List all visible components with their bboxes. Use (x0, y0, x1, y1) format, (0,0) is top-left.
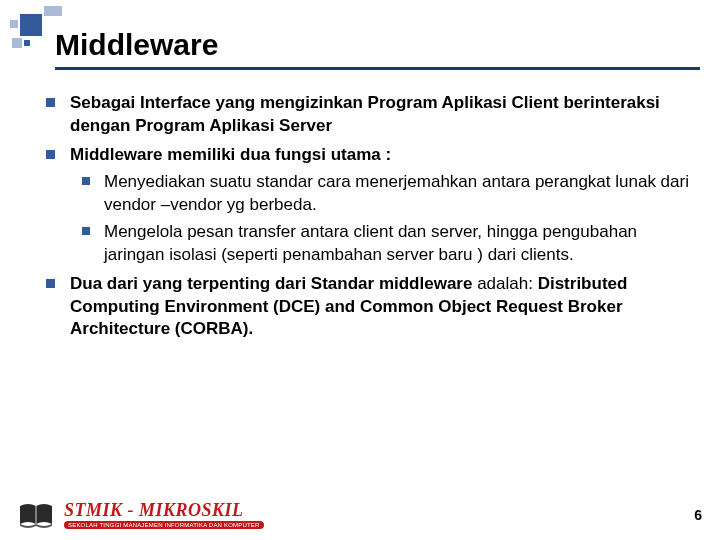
bullet-item: Sebagai Interface yang mengizinkan Progr… (40, 92, 690, 138)
footer-logo-sub: SEKOLAH TINGGI MANAJEMEN INFORMATIKA DAN… (64, 521, 264, 529)
bullet-item: Dua dari yang terpenting dari Standar mi… (40, 273, 690, 342)
slide-content: Sebagai Interface yang mengizinkan Progr… (40, 92, 690, 347)
book-icon (18, 500, 54, 530)
footer-logo-group: STMIK - MIKROSKIL SEKOLAH TINGGI MANAJEM… (18, 500, 264, 530)
bullet-item: Middleware memiliki dua fungsi utama : M… (40, 144, 690, 267)
slide-footer: STMIK - MIKROSKIL SEKOLAH TINGGI MANAJEM… (18, 500, 702, 530)
sub-bullet-text: Menyediakan suatu standar cara menerjema… (104, 172, 689, 214)
title-underline (55, 67, 700, 70)
sub-bullet-text: Mengelola pesan transfer antara client d… (104, 222, 637, 264)
bullet-text: Sebagai Interface yang mengizinkan Progr… (70, 93, 660, 135)
bullet-text: Dua dari yang terpenting dari Standar mi… (70, 274, 627, 339)
slide-title: Middleware (55, 28, 700, 61)
bullet-text: Middleware memiliki dua fungsi utama : (70, 145, 391, 164)
sub-bullet-item: Mengelola pesan transfer antara client d… (70, 221, 690, 267)
slide-title-block: Middleware (55, 28, 700, 70)
footer-text-logo: STMIK - MIKROSKIL SEKOLAH TINGGI MANAJEM… (64, 501, 264, 529)
sub-bullet-item: Menyediakan suatu standar cara menerjema… (70, 171, 690, 217)
footer-logo-main: STMIK - MIKROSKIL (64, 501, 264, 519)
page-number: 6 (694, 507, 702, 523)
